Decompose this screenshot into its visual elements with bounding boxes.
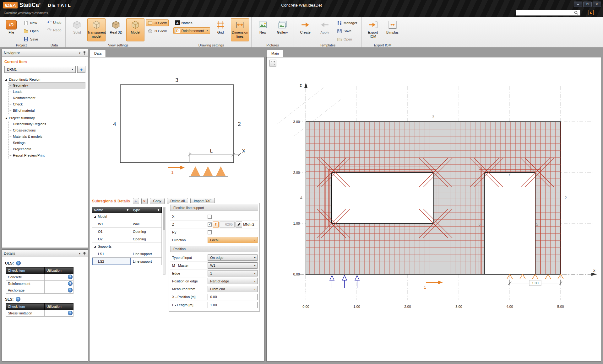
grid-button[interactable]: Grid — [211, 18, 230, 41]
redo-button[interactable]: ↷ Redo — [45, 27, 63, 33]
l-length-input[interactable]: 1.00 — [208, 302, 258, 308]
add-subregion-button[interactable]: + — [133, 198, 139, 204]
opening-o2[interactable] — [484, 173, 535, 275]
geometry-sketch: 3 4 2 L X 1 — [90, 57, 264, 195]
transparent-model-button[interactable]: Transparent model — [87, 18, 106, 41]
edge-select[interactable]: 1 ▼ — [208, 270, 258, 276]
tree-item-materials-models[interactable]: Materials & models — [9, 133, 85, 140]
table-row-ls1[interactable]: LS1 Line support — [92, 250, 162, 258]
column-header-type[interactable]: Type — [131, 207, 162, 213]
3d-view-button[interactable]: 3D view — [146, 28, 168, 35]
solid-button[interactable]: Solid — [68, 18, 86, 41]
chevron-down-icon: ▼ — [254, 239, 256, 241]
table-row-o2[interactable]: O2 Opening — [92, 235, 162, 243]
current-item-dropdown[interactable]: DRM1 ▼ — [4, 66, 76, 73]
dimension-lines-button[interactable]: Dimension lines — [231, 18, 249, 41]
template-manager-button[interactable]: Manager — [335, 19, 359, 26]
search-icon[interactable] — [574, 10, 579, 15]
edit-pen-icon[interactable] — [236, 222, 242, 228]
file-button[interactable]: ID File — [2, 18, 20, 41]
export-iom-button[interactable]: Export IOM — [364, 18, 382, 41]
names-toggle[interactable]: A Names — [173, 19, 210, 26]
undo-button[interactable]: ↶ Undo — [45, 19, 63, 26]
pin-icon[interactable] — [83, 51, 86, 55]
2d-view-button[interactable]: 2D view — [146, 19, 168, 26]
blue-load-arrows[interactable] — [330, 276, 359, 288]
line-support-triangles[interactable] — [189, 166, 228, 176]
group-row-supports[interactable]: ◢ Supports — [92, 243, 162, 250]
collapse-icon[interactable]: ▾ — [79, 252, 80, 255]
tree-item-cross-sections[interactable]: Cross-sections — [9, 127, 85, 133]
pin-icon[interactable] — [83, 251, 86, 255]
reinforcement-toggle[interactable]: R Reinforcement ▼ — [173, 27, 210, 34]
opening-o1[interactable] — [331, 173, 433, 223]
tree-item-discontinuity-regions[interactable]: Discontinuity Regions — [9, 121, 85, 127]
help-icon[interactable]: ? — [68, 281, 73, 286]
support-arrow[interactable]: 1 — [168, 166, 185, 175]
picture-new-button[interactable]: New — [254, 18, 272, 41]
search-input[interactable] — [518, 11, 573, 15]
notification-icon[interactable] — [589, 10, 594, 15]
measured-from-select[interactable]: From end ▼ — [208, 286, 258, 292]
table-row-ls2-selected[interactable]: LS2 Line support — [92, 258, 162, 265]
help-icon[interactable]: ? — [16, 297, 20, 302]
stiffness-input[interactable]: 6295 — [220, 222, 235, 228]
close-button[interactable]: × — [593, 2, 601, 7]
bimplus-button[interactable]: Bimplus — [383, 18, 402, 41]
template-open-button[interactable]: Open — [335, 36, 359, 43]
template-save-button[interactable]: Save — [335, 28, 359, 35]
x-position-input[interactable]: 0.00 — [208, 294, 258, 300]
help-icon[interactable]: ? — [68, 311, 73, 315]
tree-item-geometry[interactable]: Geometry — [9, 82, 85, 88]
tree-group-discontinuity-region[interactable]: ◢ Discontinuity Region — [4, 77, 85, 82]
direction-select[interactable]: Local ▼ — [208, 237, 258, 243]
master-select[interactable]: W1 ▼ — [208, 262, 258, 269]
tree-item-settings[interactable]: Settings — [9, 140, 85, 146]
minimize-button[interactable]: – — [574, 2, 582, 7]
tab-main[interactable]: Main — [267, 50, 283, 57]
help-icon[interactable]: ? — [16, 261, 21, 265]
type-of-input-select[interactable]: On edge ▼ — [208, 254, 258, 261]
tree-item-bill-of-material[interactable]: Bill of material — [9, 107, 85, 114]
support-axis-arrow[interactable]: 1 — [424, 281, 443, 290]
delete-subregion-button[interactable]: ✕ — [141, 198, 148, 204]
x-checkbox[interactable] — [208, 215, 212, 219]
tree-group-project-summary[interactable]: ◢ Project summary — [4, 115, 85, 121]
real-3d-button[interactable]: Real 3D — [107, 18, 125, 41]
tree-item-loads[interactable]: Loads — [9, 88, 85, 95]
tree-item-project-data[interactable]: Project data — [9, 146, 85, 152]
scrollbar-thumb[interactable] — [163, 207, 165, 230]
new-button[interactable]: New — [22, 19, 41, 26]
tree-item-check[interactable]: Check — [9, 101, 85, 107]
help-icon[interactable]: ? — [68, 275, 73, 279]
tree-item-report-preview-print[interactable]: Report Preview/Print — [9, 152, 85, 158]
save-button[interactable]: Save — [22, 36, 41, 43]
filter-icon[interactable] — [157, 209, 160, 211]
table-row-o1[interactable]: O1 Opening — [92, 228, 162, 235]
line-support-triangles[interactable] — [507, 274, 563, 279]
open-button[interactable]: Open — [22, 28, 41, 35]
filter-icon[interactable] — [126, 209, 129, 211]
scrollbar[interactable] — [163, 207, 166, 275]
wall-outline[interactable] — [120, 85, 234, 163]
tab-data[interactable]: Data — [90, 50, 106, 57]
lift-off-icon[interactable] — [213, 222, 219, 228]
ry-checkbox[interactable] — [208, 230, 212, 234]
edge-label-right: 2 — [238, 121, 241, 127]
gallery-button[interactable]: Gallery — [273, 18, 291, 41]
table-row-w1[interactable]: W1 Wall — [92, 220, 162, 228]
position-on-edge-select[interactable]: Part of edge ▼ — [208, 278, 258, 284]
zoom-fit-button[interactable] — [269, 60, 276, 67]
template-apply-button[interactable]: Apply — [316, 18, 334, 41]
copy-button[interactable]: Copy — [150, 198, 165, 204]
group-row-model[interactable]: ◢ Model — [92, 213, 162, 220]
maximize-button[interactable]: □ — [583, 2, 592, 7]
model-button[interactable]: Model — [126, 18, 144, 41]
column-header-name[interactable]: Name — [92, 207, 131, 213]
collapse-icon[interactable]: ▾ — [79, 51, 80, 55]
help-icon[interactable]: ? — [68, 288, 73, 292]
z-checkbox[interactable] — [208, 222, 212, 227]
tree-item-reinforcement[interactable]: Reinforcement — [9, 95, 85, 101]
template-create-button[interactable]: Create — [296, 18, 314, 41]
add-item-button[interactable]: + — [77, 66, 85, 73]
